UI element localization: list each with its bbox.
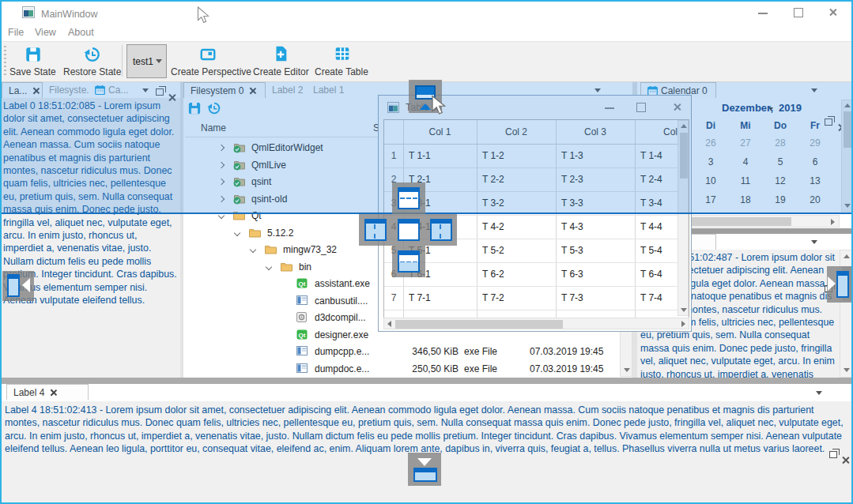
tab-close-icon[interactable]: [32, 88, 39, 94]
calendar-date[interactable]: 21: [832, 194, 841, 205]
toolbar-grip[interactable]: [4, 46, 6, 76]
maximize-button[interactable]: [794, 8, 803, 17]
table-row-number[interactable]: 1: [384, 144, 403, 167]
table-cell[interactable]: T 6-2: [477, 262, 556, 286]
drop-right-indicator[interactable]: [425, 214, 457, 246]
menu-item-file[interactable]: File: [8, 27, 24, 38]
table-cell[interactable]: T 3-3: [556, 191, 635, 215]
scroll-down-icon[interactable]: [681, 308, 687, 312]
calendar-vscrollbar[interactable]: [841, 100, 852, 212]
save-state-button[interactable]: Save State: [11, 44, 59, 77]
menu-item-about[interactable]: About: [68, 27, 94, 38]
calendar-date[interactable]: 19: [763, 194, 798, 205]
create-editor-button[interactable]: Create Editor: [253, 44, 307, 77]
save-state-label: Save State: [9, 66, 56, 77]
tab-close-icon[interactable]: [50, 389, 56, 396]
table-column-header[interactable]: Col 2: [477, 120, 556, 144]
label5-tabs-menu-icon[interactable]: [811, 240, 817, 244]
left-tabs-menu-icon[interactable]: [142, 88, 149, 92]
table-cell[interactable]: T 4-3: [556, 215, 635, 239]
close-button[interactable]: [828, 8, 837, 17]
table-cell[interactable]: T 7-1: [403, 286, 477, 310]
tree-expand-icon[interactable]: [218, 196, 225, 202]
table-cell[interactable]: T 7-2: [477, 286, 556, 310]
table-maximize-button[interactable]: [636, 103, 646, 112]
calendar-date[interactable]: 18: [728, 194, 763, 205]
calendar-date[interactable]: 29: [798, 137, 832, 149]
calendar-date[interactable]: 4: [728, 156, 763, 167]
drop-center-indicator[interactable]: [392, 214, 425, 246]
table-minimize-button[interactable]: [605, 107, 614, 109]
tree-item[interactable]: dumpdoc.e...250,50 KiBexe File07.03.2019…: [185, 361, 632, 377]
drop-edge-left-indicator[interactable]: [2, 271, 34, 301]
table-cell[interactable]: T 6-3: [556, 262, 635, 286]
table-hscrollbar[interactable]: [383, 318, 689, 329]
create-perspective-button[interactable]: Create Perspective: [171, 44, 247, 77]
create-table-button[interactable]: Create Table: [315, 44, 367, 77]
splitter-bottom[interactable]: [2, 378, 851, 384]
calendar-date[interactable]: 7: [832, 156, 841, 167]
calendar-date[interactable]: 10: [693, 175, 728, 186]
table-cell[interactable]: T 4-2: [477, 215, 556, 239]
table-cell[interactable]: T 2-3: [556, 167, 635, 191]
restore-state-button[interactable]: Restore State: [62, 44, 119, 77]
calendar-date[interactable]: 5: [763, 156, 798, 167]
chevron-down-icon[interactable]: [768, 107, 773, 111]
left-float-icon[interactable]: [156, 88, 164, 96]
table-column-header[interactable]: Col 1: [403, 120, 477, 144]
calendar-date[interactable]: 27: [728, 137, 763, 149]
left-close-icon[interactable]: [168, 93, 176, 101]
scroll-up-icon[interactable]: [681, 124, 687, 128]
table-cell[interactable]: T 7-3: [556, 286, 635, 310]
table-cell[interactable]: T 1-2: [477, 144, 556, 167]
calendar-date[interactable]: 11: [728, 175, 763, 186]
table-cell[interactable]: T 3-2: [477, 191, 556, 215]
table-cell[interactable]: T 5-3: [556, 239, 635, 262]
calendar-date[interactable]: 14: [832, 175, 841, 186]
perspective-combo[interactable]: test1: [126, 44, 167, 78]
calendar-tabs-menu-icon[interactable]: [811, 88, 817, 92]
tree-collapse-icon[interactable]: [218, 213, 225, 219]
scroll-thumb[interactable]: [680, 133, 688, 179]
table-close-button[interactable]: [673, 103, 681, 111]
table-cell[interactable]: T 1-1: [403, 144, 477, 167]
tree-expand-icon[interactable]: [218, 179, 225, 185]
tree-collapse-icon[interactable]: [250, 246, 256, 253]
tree-expand-icon[interactable]: [218, 145, 225, 151]
table-row-number[interactable]: 7: [384, 286, 403, 310]
label4-tabs-menu-icon[interactable]: [816, 391, 822, 395]
table-vscrollbar[interactable]: [677, 120, 689, 316]
tab-filesyste-[interactable]: Filesyste...: [43, 82, 89, 98]
tab-ca-[interactable]: Ca...: [89, 82, 134, 98]
title-bar[interactable]: MainWindow: [2, 2, 851, 24]
drop-left-indicator[interactable]: [359, 214, 392, 246]
drop-edge-right-indicator[interactable]: [827, 266, 853, 303]
calendar-date[interactable]: 30: [832, 137, 841, 149]
calendar-date[interactable]: 20: [798, 194, 832, 205]
calendar-date[interactable]: 28: [763, 137, 798, 149]
drop-bottom-indicator[interactable]: [392, 246, 425, 277]
table-cell[interactable]: T 5-2: [477, 239, 556, 262]
calendar-year-label[interactable]: 2019: [779, 102, 802, 114]
menu-item-view[interactable]: View: [35, 27, 56, 38]
calendar-date[interactable]: 26: [693, 137, 728, 149]
tree-expand-icon[interactable]: [218, 162, 225, 168]
table-cell[interactable]: T 1-3: [556, 144, 635, 167]
drop-top-indicator[interactable]: [392, 182, 425, 214]
table-column-header[interactable]: Col 3: [556, 120, 635, 144]
calendar-date[interactable]: 13: [798, 175, 832, 186]
minimize-button[interactable]: [758, 13, 768, 14]
calendar-date[interactable]: 6: [798, 156, 832, 167]
tree-collapse-icon[interactable]: [266, 264, 272, 270]
drop-edge-bottom-indicator[interactable]: [408, 453, 441, 486]
tree-collapse-icon[interactable]: [234, 230, 240, 236]
tree-item[interactable]: dumpcpp.e...346,50 KiBexe File07.03.2019…: [185, 344, 632, 360]
table-cell[interactable]: T 2-2: [477, 167, 556, 191]
calendar-date[interactable]: 3: [693, 156, 728, 167]
tab-la-[interactable]: La...: [2, 82, 43, 98]
calendar-date[interactable]: 17: [693, 194, 728, 205]
restore-icon: [84, 46, 101, 63]
calendar-month-label[interactable]: Dezember,: [722, 102, 773, 114]
tab-label-4[interactable]: Label 4: [6, 384, 89, 400]
calendar-date[interactable]: 12: [763, 175, 798, 186]
